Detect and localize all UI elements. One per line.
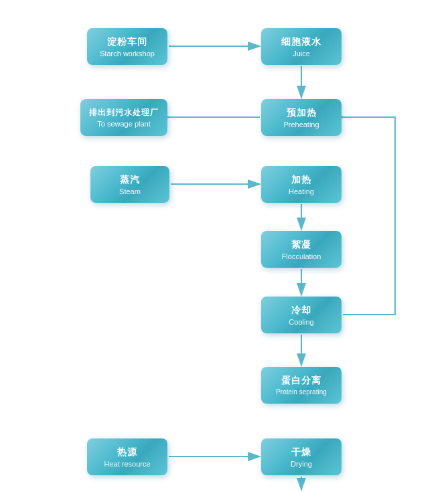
heating-zh: 加热 [291,174,311,186]
flow-container: 淀粉车间 Starch workshop 细胞液水 Juice 排出到污水处理厂… [0,0,448,492]
protein-zh: 蛋白分离 [281,375,321,387]
heat-resource-node: 热源 Heat resource [87,438,167,475]
protein-node: 蛋白分离 Protein seprating [261,367,342,404]
preheating-zh: 预加热 [287,107,317,119]
sewage-en: To sewage plant [97,120,151,128]
juice-node: 细胞液水 Juice [261,28,342,65]
cooling-zh: 冷却 [291,305,311,317]
starch-node: 淀粉车间 Starch workshop [87,28,167,65]
heating-en: Heating [289,187,314,195]
preheating-en: Preheating [283,120,319,129]
drying-en: Drying [291,460,312,468]
drying-node: 干燥 Drying [261,438,342,475]
juice-zh: 细胞液水 [281,36,321,48]
flocculation-node: 絮凝 Flocculation [261,231,342,268]
arrows-svg [0,0,448,492]
steam-node: 蒸汽 Steam [90,166,169,203]
starch-zh: 淀粉车间 [107,36,147,48]
preheating-node: 预加热 Preheating [261,99,342,136]
heat-resource-zh: 热源 [117,446,137,459]
cooling-en: Cooling [289,318,313,326]
sewage-node: 排出到污水处理厂 To sewage plant [80,99,167,136]
flocculation-zh: 絮凝 [291,239,311,251]
protein-en: Protein seprating [276,388,327,396]
starch-en: Starch workshop [100,50,155,58]
flocculation-en: Flocculation [282,252,321,260]
juice-en: Juice [293,50,310,58]
steam-en: Steam [119,187,141,195]
cooling-node: 冷却 Cooling [261,297,342,333]
heat-resource-en: Heat resource [104,460,150,468]
steam-zh: 蒸汽 [120,174,140,186]
drying-zh: 干燥 [291,446,311,459]
sewage-zh: 排出到污水处理厂 [89,107,159,118]
heating-node: 加热 Heating [261,166,342,203]
